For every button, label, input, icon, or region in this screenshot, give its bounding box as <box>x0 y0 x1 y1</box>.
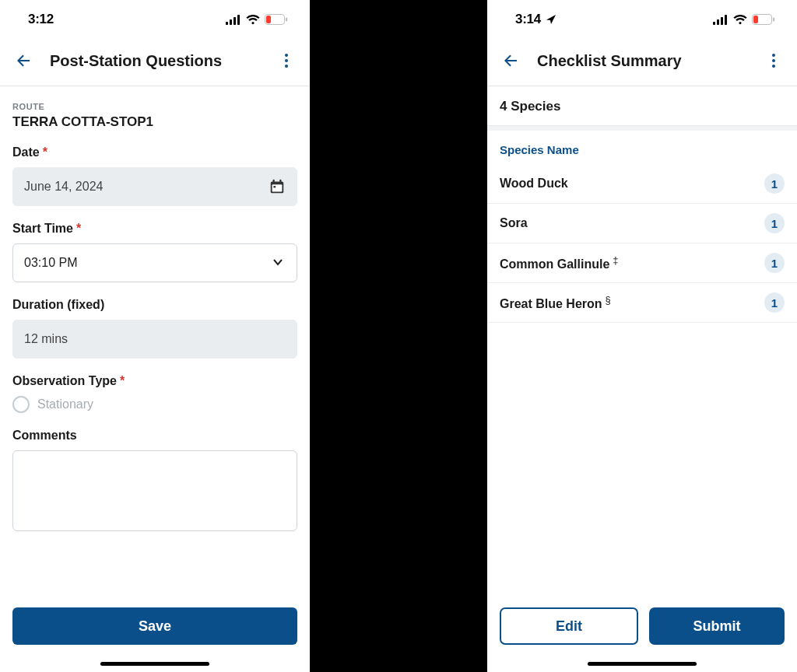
date-value: June 14, 2024 <box>24 180 103 194</box>
species-row[interactable]: Great Blue Heron§1 <box>487 283 797 323</box>
species-count-badge: 1 <box>764 213 785 233</box>
svg-rect-16 <box>717 19 719 25</box>
status-bar: 3:14 <box>487 0 797 39</box>
save-button[interactable]: Save <box>12 607 297 645</box>
overflow-menu-button[interactable] <box>274 48 299 73</box>
start-time-value: 03:10 PM <box>24 256 77 270</box>
duration-value: 12 mins <box>24 332 68 346</box>
battery-icon <box>752 14 775 25</box>
route-value: TERRA COTTA-STOP1 <box>12 114 297 130</box>
species-count-badge: 1 <box>764 253 785 273</box>
form-content: ROUTE TERRA COTTA-STOP1 Date* June 14, 2… <box>0 86 310 595</box>
battery-icon <box>265 14 288 25</box>
species-symbol: § <box>606 294 611 306</box>
page-title: Checklist Summary <box>523 52 761 70</box>
svg-point-24 <box>772 65 775 68</box>
svg-point-8 <box>285 59 288 62</box>
duration-label: Duration (fixed) <box>12 298 297 312</box>
svg-rect-14 <box>273 186 276 187</box>
species-name: Great Blue Heron§ <box>500 294 611 311</box>
svg-rect-13 <box>279 180 281 184</box>
svg-point-9 <box>285 65 288 68</box>
species-name: Sora <box>500 216 528 230</box>
observation-type-label: Observation Type* <box>12 374 297 388</box>
location-arrow-icon <box>546 14 556 25</box>
cellular-signal-icon <box>713 15 729 25</box>
observation-type-radio[interactable]: Stationary <box>12 396 297 413</box>
svg-point-7 <box>285 54 288 57</box>
submit-button[interactable]: Submit <box>649 607 785 645</box>
phone-right-checklist-summary: 3:14 Checklist Summary <box>487 0 797 672</box>
observation-type-option: Stationary <box>37 397 93 411</box>
svg-rect-3 <box>237 15 240 25</box>
svg-rect-17 <box>721 17 723 25</box>
species-name: Common Gallinule‡ <box>500 254 619 271</box>
species-table-header: Species Name <box>487 126 797 164</box>
date-label: Date* <box>12 145 297 159</box>
svg-rect-5 <box>266 16 271 23</box>
home-indicator[interactable] <box>100 662 209 666</box>
status-time: 3:14 <box>515 12 541 27</box>
date-input[interactable]: June 14, 2024 <box>12 167 297 206</box>
status-bar: 3:12 <box>0 0 310 39</box>
species-row[interactable]: Sora1 <box>487 204 797 243</box>
svg-rect-20 <box>753 16 758 23</box>
status-time: 3:12 <box>28 12 54 27</box>
svg-point-23 <box>772 59 775 62</box>
footer: Save <box>0 595 310 653</box>
comments-textarea[interactable] <box>12 450 297 531</box>
species-row[interactable]: Common Gallinule‡1 <box>487 243 797 283</box>
svg-rect-15 <box>713 22 715 25</box>
overflow-menu-button[interactable] <box>761 48 786 73</box>
svg-rect-2 <box>233 17 236 25</box>
footer: Edit Submit <box>487 595 797 653</box>
species-list: Wood Duck1Sora1Common Gallinule‡1Great B… <box>487 164 797 323</box>
wifi-icon <box>733 15 747 25</box>
species-count-badge: 1 <box>764 173 785 194</box>
start-time-select[interactable]: 03:10 PM <box>12 243 297 282</box>
back-button[interactable] <box>11 48 36 73</box>
calendar-icon <box>269 178 286 195</box>
svg-rect-0 <box>226 22 228 25</box>
chevron-down-icon <box>272 256 286 270</box>
svg-point-22 <box>772 54 775 57</box>
species-count: 4 Species <box>487 86 797 126</box>
svg-rect-21 <box>773 18 774 22</box>
species-row[interactable]: Wood Duck1 <box>487 164 797 204</box>
wifi-icon <box>246 15 260 25</box>
phone-left-post-station: 3:12 Post-Station Questions <box>0 0 310 672</box>
species-name: Wood Duck <box>500 177 568 191</box>
species-symbol: ‡ <box>613 254 618 266</box>
page-title: Post-Station Questions <box>36 52 274 70</box>
back-button[interactable] <box>498 48 523 73</box>
svg-rect-12 <box>273 180 275 184</box>
radio-icon <box>12 396 30 413</box>
duration-input: 12 mins <box>12 320 297 359</box>
divider-gap <box>310 0 487 672</box>
nav-bar: Checklist Summary <box>487 39 797 86</box>
comments-label: Comments <box>12 429 297 443</box>
svg-rect-11 <box>272 184 283 191</box>
start-time-label: Start Time* <box>12 222 297 236</box>
svg-rect-6 <box>286 18 287 22</box>
home-indicator[interactable] <box>588 662 697 666</box>
cellular-signal-icon <box>226 15 241 25</box>
edit-button[interactable]: Edit <box>500 607 638 645</box>
nav-bar: Post-Station Questions <box>0 39 310 86</box>
species-count-badge: 1 <box>764 292 785 313</box>
route-label: ROUTE <box>12 102 297 111</box>
svg-rect-1 <box>230 19 232 25</box>
svg-rect-18 <box>725 15 727 25</box>
